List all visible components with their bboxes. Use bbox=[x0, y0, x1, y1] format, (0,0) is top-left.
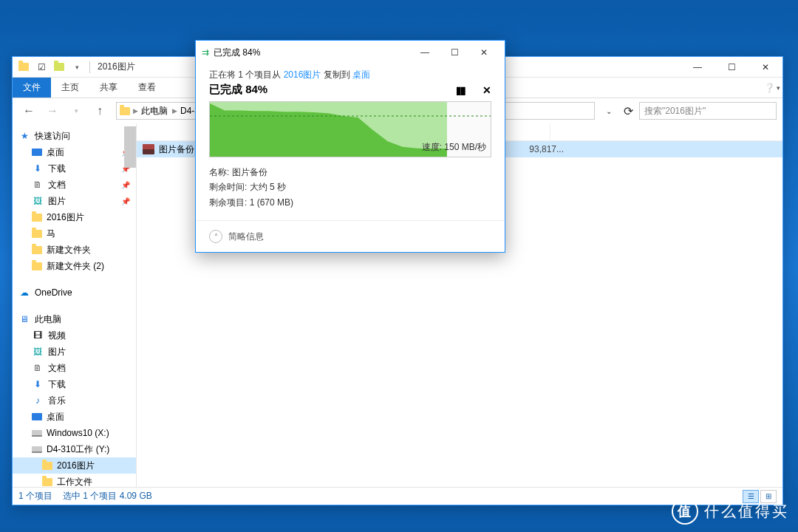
navigation-pane[interactable]: ★快速访问 桌面📌 ⬇下载📌 🗎文档📌 🖼图片📌 2016图片 马 新建文件夹 … bbox=[13, 123, 137, 487]
refresh-button[interactable]: ⟳ bbox=[620, 103, 636, 119]
minimize-button[interactable]: — bbox=[410, 41, 440, 64]
desktop-icon bbox=[32, 413, 42, 420]
drive-icon bbox=[32, 446, 42, 453]
ribbon-help-button[interactable]: ❔▾ bbox=[762, 78, 782, 98]
throughput-chart: 速度: 150 MB/秒 bbox=[209, 101, 491, 157]
picture-icon: 🖼 bbox=[32, 346, 44, 358]
sidebar-item-folder[interactable]: 2016图片 bbox=[13, 457, 136, 474]
search-placeholder: 搜索"2016图片" bbox=[644, 105, 706, 117]
sidebar-item-pictures[interactable]: 🖼图片 bbox=[13, 344, 136, 360]
breadcrumb-dropdown-button[interactable]: ⌄ bbox=[601, 103, 617, 119]
tab-home[interactable]: 主页 bbox=[51, 78, 89, 98]
sidebar-item-videos[interactable]: 🎞视频 bbox=[13, 327, 136, 344]
folder-icon bbox=[42, 478, 52, 486]
pause-button[interactable]: ▮▮ bbox=[456, 84, 465, 96]
archive-icon bbox=[143, 144, 154, 154]
copy-icon: ⇉ bbox=[202, 47, 209, 58]
nav-recent-button[interactable]: ▾ bbox=[66, 101, 86, 120]
sidebar-item-documents[interactable]: 🗎文档 bbox=[13, 360, 136, 376]
folder-icon bbox=[32, 246, 42, 254]
onedrive-icon: ☁ bbox=[18, 287, 30, 299]
copy-details: 名称: 图片备份 剩余时间: 大约 5 秒 剩余项目: 1 (670 MB) bbox=[209, 165, 491, 210]
folder-icon bbox=[16, 59, 32, 75]
search-input[interactable]: 搜索"2016图片" bbox=[639, 102, 777, 120]
quick-access-toolbar: ☑ ▾ bbox=[16, 59, 85, 75]
dest-link[interactable]: 桌面 bbox=[352, 69, 370, 80]
status-selected: 选中 1 个项目 4.09 GB bbox=[63, 490, 152, 502]
desktop-icon bbox=[32, 149, 42, 156]
cancel-button[interactable]: ✕ bbox=[482, 84, 491, 96]
nav-forward-button[interactable]: → bbox=[42, 101, 63, 120]
picture-icon: 🖼 bbox=[32, 195, 44, 207]
video-icon: 🎞 bbox=[32, 330, 44, 341]
sidebar-item-desktop[interactable]: 桌面📌 bbox=[13, 144, 136, 160]
qat-newfolder-button[interactable] bbox=[51, 59, 67, 75]
doc-icon: 🗎 bbox=[32, 179, 44, 191]
sidebar-item-folder[interactable]: 工作文件 bbox=[13, 474, 136, 487]
sidebar-item-folder[interactable]: 马 bbox=[13, 225, 136, 242]
progress-label: 已完成 84% bbox=[209, 83, 267, 97]
sidebar-item-downloads[interactable]: ⬇下载📌 bbox=[13, 160, 136, 177]
sidebar-item-folder[interactable]: 2016图片 bbox=[13, 209, 136, 225]
minimize-button[interactable]: — bbox=[681, 57, 715, 78]
sidebar-item-desktop[interactable]: 桌面 bbox=[13, 409, 136, 425]
dialog-titlebar: ⇉ 已完成 84% — ☐ ✕ bbox=[196, 41, 505, 64]
chevron-up-icon[interactable]: ˄ bbox=[209, 230, 222, 243]
dialog-title: 已完成 84% bbox=[214, 47, 260, 59]
folder-icon bbox=[32, 262, 42, 270]
breadcrumb-item[interactable]: 此电脑▶ bbox=[141, 105, 177, 117]
maximize-button[interactable]: ☐ bbox=[715, 57, 748, 78]
source-link[interactable]: 2016图片 bbox=[284, 69, 321, 80]
music-icon: ♪ bbox=[32, 395, 44, 406]
maximize-button[interactable]: ☐ bbox=[440, 41, 469, 64]
pin-icon: 📌 bbox=[121, 197, 130, 205]
dialog-footer[interactable]: ˄ 简略信息 bbox=[196, 220, 505, 252]
folder-icon bbox=[32, 214, 42, 222]
sidebar-item-folder[interactable]: 新建文件夹 (2) bbox=[13, 258, 136, 274]
download-icon: ⬇ bbox=[32, 378, 44, 390]
status-count: 1 个项目 bbox=[18, 490, 52, 502]
sidebar-item-drive[interactable]: Windows10 (X:) bbox=[13, 425, 136, 441]
window-controls: — ☐ ✕ bbox=[681, 57, 782, 78]
status-bar: 1 个项目 选中 1 个项目 4.09 GB ☰ ⊞ bbox=[13, 487, 782, 505]
qat-dropdown-button[interactable]: ▾ bbox=[69, 59, 85, 75]
folder-icon bbox=[32, 230, 42, 238]
star-icon: ★ bbox=[18, 130, 30, 142]
window-title: 2016图片 bbox=[98, 61, 135, 73]
drive-icon bbox=[32, 430, 42, 437]
sidebar-item-quickaccess[interactable]: ★快速访问 bbox=[13, 128, 136, 144]
close-button[interactable]: ✕ bbox=[748, 57, 782, 78]
copy-dialog: ⇉ 已完成 84% — ☐ ✕ 正在将 1 个项目从 2016图片 复制到 桌面… bbox=[195, 40, 505, 253]
sidebar-item-onedrive[interactable]: ☁OneDrive bbox=[13, 284, 136, 301]
sidebar-item-pictures[interactable]: 🖼图片📌 bbox=[13, 193, 136, 209]
file-tab[interactable]: 文件 bbox=[13, 78, 51, 98]
sidebar-item-documents[interactable]: 🗎文档📌 bbox=[13, 177, 136, 193]
copy-description: 正在将 1 个项目从 2016图片 复制到 桌面 bbox=[209, 69, 491, 81]
watermark-badge-icon: 值 bbox=[672, 498, 698, 525]
chevron-right-icon: ▶ bbox=[133, 107, 138, 115]
watermark-text: 什么值得买 bbox=[704, 502, 789, 522]
sidebar-item-folder[interactable]: 新建文件夹 bbox=[13, 242, 136, 258]
folder-icon bbox=[42, 462, 52, 470]
tab-view[interactable]: 查看 bbox=[128, 78, 166, 98]
nav-back-button[interactable]: ← bbox=[18, 101, 39, 120]
doc-icon: 🗎 bbox=[32, 362, 44, 374]
tab-share[interactable]: 共享 bbox=[89, 78, 128, 98]
file-size: 93,817... bbox=[511, 144, 570, 154]
download-icon: ⬇ bbox=[32, 163, 44, 174]
close-button[interactable]: ✕ bbox=[469, 41, 499, 64]
speed-label: 速度: 150 MB/秒 bbox=[422, 141, 486, 154]
sidebar-item-downloads[interactable]: ⬇下载 bbox=[13, 376, 136, 392]
pc-icon: 🖥 bbox=[18, 313, 30, 325]
scrollbar-thumb[interactable] bbox=[124, 126, 136, 168]
qat-properties-button[interactable]: ☑ bbox=[33, 59, 50, 75]
less-info-button[interactable]: 简略信息 bbox=[228, 231, 264, 243]
folder-icon bbox=[120, 107, 130, 115]
watermark: 值 什么值得买 bbox=[672, 498, 789, 525]
nav-up-button[interactable]: ↑ bbox=[89, 101, 110, 120]
sidebar-item-thispc[interactable]: 🖥此电脑 bbox=[13, 311, 136, 327]
pin-icon: 📌 bbox=[121, 181, 130, 189]
sidebar-item-drive[interactable]: D4-310工作 (Y:) bbox=[13, 441, 136, 457]
sidebar-item-music[interactable]: ♪音乐 bbox=[13, 392, 136, 409]
